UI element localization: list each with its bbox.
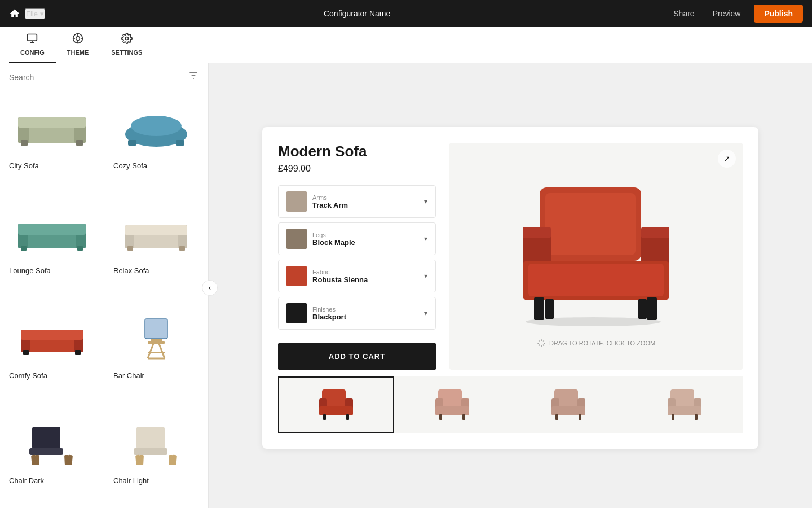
svg-rect-28	[179, 246, 185, 251]
svg-rect-15	[128, 140, 136, 146]
svg-rect-10	[18, 117, 86, 128]
svg-rect-34	[75, 350, 81, 355]
svg-rect-61	[528, 264, 664, 296]
finishes-label: Finishes	[312, 306, 346, 313]
share-button[interactable]: Share	[669, 7, 699, 20]
main-content: Modern Sofa £499.00 Arms Track Arm ▾	[209, 63, 812, 508]
top-navigation: File ▾ Configurator Name Share Preview P…	[0, 0, 812, 27]
svg-rect-47	[64, 455, 69, 465]
product-item-city-sofa[interactable]: City Sofa	[0, 91, 104, 196]
product-image	[120, 100, 193, 157]
fabric-value: Robusta Sienna	[312, 275, 368, 284]
svg-rect-62	[534, 297, 544, 320]
preview-button[interactable]: Preview	[708, 7, 745, 20]
svg-rect-33	[23, 350, 29, 355]
thumbnail-2[interactable]	[394, 376, 510, 433]
product-image	[15, 100, 89, 157]
drag-hint: DRAG TO ROTATE. CLICK TO ZOOM	[537, 339, 655, 348]
product-grid: City Sofa Cozy Sofa	[0, 91, 208, 508]
product-name-comfy-sofa: Comfy Sofa	[9, 371, 47, 380]
product-item-bar-chair[interactable]: Bar Chair	[104, 301, 208, 406]
product-item-lounge-sofa[interactable]: Lounge Sofa	[0, 196, 104, 301]
svg-rect-46	[34, 455, 39, 465]
config-icon	[27, 33, 38, 47]
svg-rect-65	[638, 299, 647, 319]
svg-rect-53	[169, 455, 174, 465]
tab-config-label: CONFIG	[20, 49, 45, 56]
product-item-chair-dark[interactable]: Chair Dark	[0, 406, 104, 508]
product-name-bar-chair: Bar Chair	[113, 371, 144, 380]
svg-rect-32	[21, 330, 83, 340]
svg-rect-89	[672, 414, 674, 420]
fabric-swatch	[286, 266, 307, 286]
search-input[interactable]	[9, 73, 188, 82]
option-finishes[interactable]: Finishes Blackport ▾	[278, 297, 436, 330]
tab-settings[interactable]: SETTINGS	[100, 27, 153, 63]
svg-rect-63	[647, 297, 657, 320]
fabric-label: Fabric	[312, 269, 368, 275]
svg-rect-83	[555, 414, 558, 420]
product-image	[120, 310, 193, 367]
svg-rect-72	[346, 414, 349, 420]
svg-rect-48	[136, 427, 165, 449]
svg-rect-88	[668, 406, 701, 415]
home-icon[interactable]	[9, 8, 20, 19]
add-to-cart-button[interactable]: ADD TO CART	[278, 343, 436, 370]
option-fabric[interactable]: Fabric Robusta Sienna ▾	[278, 260, 436, 292]
legs-label: Legs	[312, 231, 355, 238]
product-image	[15, 205, 89, 262]
tab-config[interactable]: CONFIG	[9, 27, 56, 63]
svg-rect-27	[127, 246, 133, 251]
product-name-chair-dark: Chair Dark	[9, 476, 44, 485]
chevron-down-icon: ▾	[424, 235, 427, 243]
svg-point-66	[526, 317, 661, 326]
svg-rect-71	[323, 414, 326, 420]
chair-svg	[506, 170, 686, 329]
product-item-comfy-sofa[interactable]: Comfy Sofa	[0, 301, 104, 406]
svg-rect-35	[145, 319, 167, 339]
svg-rect-43	[29, 448, 63, 455]
option-arms[interactable]: Arms Track Arm ▾	[278, 185, 436, 218]
thumbnail-strip	[278, 376, 743, 433]
svg-rect-78	[462, 414, 465, 420]
svg-rect-21	[21, 246, 27, 251]
thumbnail-3[interactable]	[510, 376, 626, 433]
svg-point-2	[76, 37, 80, 41]
thumbnail-1[interactable]	[278, 376, 394, 433]
sidebar-collapse-button[interactable]: ‹	[202, 280, 218, 296]
sidebar-wrapper: City Sofa Cozy Sofa	[0, 63, 209, 508]
publish-button[interactable]: Publish	[754, 5, 803, 23]
product-name-lounge-sofa: Lounge Sofa	[9, 266, 51, 275]
drag-hint-text: DRAG TO ROTATE. CLICK TO ZOOM	[549, 340, 655, 347]
product-image	[120, 415, 193, 472]
sidebar: City Sofa Cozy Sofa	[0, 63, 209, 508]
svg-rect-37	[148, 341, 165, 344]
card-details: Modern Sofa £499.00 Arms Track Arm ▾	[278, 143, 436, 370]
product-name-city-sofa: City Sofa	[9, 161, 39, 170]
settings-icon	[121, 33, 133, 47]
arms-value: Track Arm	[312, 201, 348, 209]
svg-rect-82	[551, 406, 585, 415]
svg-rect-59	[641, 227, 669, 238]
svg-rect-20	[18, 224, 86, 235]
option-legs[interactable]: Legs Block Maple ▾	[278, 222, 436, 255]
svg-line-39	[159, 344, 165, 358]
tab-bar: CONFIG THEME SETTINGS	[0, 27, 812, 63]
file-menu[interactable]: File ▾	[25, 8, 45, 19]
svg-point-3	[125, 37, 128, 40]
svg-rect-16	[176, 140, 184, 146]
product-item-cozy-sofa[interactable]: Cozy Sofa	[104, 91, 208, 196]
product-name-cozy-sofa: Cozy Sofa	[113, 161, 147, 170]
product-card: Modern Sofa £499.00 Arms Track Arm ▾	[262, 127, 758, 449]
tab-theme[interactable]: THEME	[56, 27, 100, 63]
product-item-relax-sofa[interactable]: Relax Sofa	[104, 196, 208, 301]
main-product-image[interactable]	[500, 165, 692, 334]
svg-rect-57	[523, 227, 551, 238]
legs-swatch	[286, 229, 307, 249]
thumbnail-4[interactable]	[626, 376, 743, 433]
expand-button[interactable]: ↗	[718, 150, 736, 168]
main-layout: City Sofa Cozy Sofa	[0, 63, 812, 508]
filter-icon[interactable]	[188, 70, 199, 84]
finishes-swatch	[286, 303, 307, 323]
product-item-chair-light[interactable]: Chair Light	[104, 406, 208, 508]
